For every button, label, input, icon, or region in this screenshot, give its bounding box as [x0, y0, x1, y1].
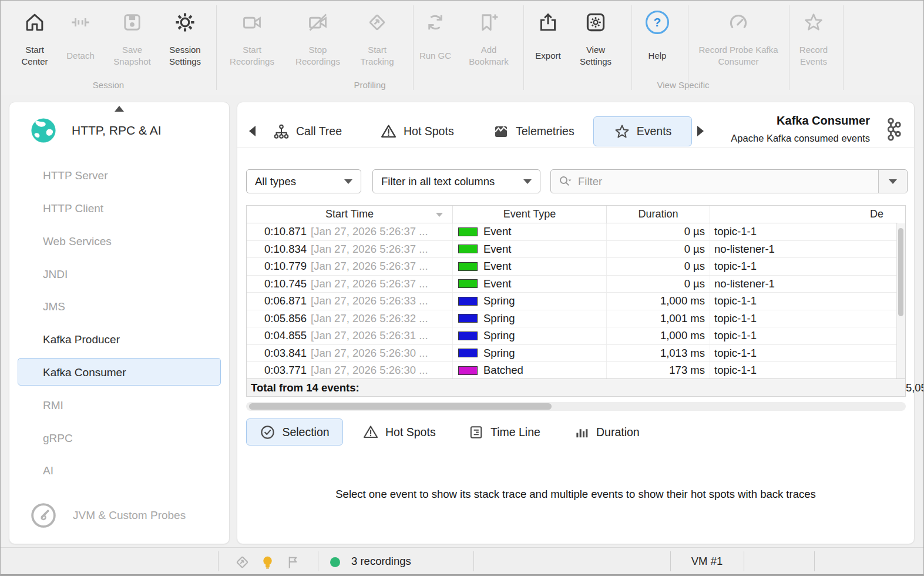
column-header-event-type[interactable]: Event Type	[453, 206, 607, 223]
table-row[interactable]: 0:10.779[Jan 27, 2026 5:26:37 ... Event …	[247, 258, 898, 276]
warning-icon	[362, 424, 379, 440]
start-recordings-button[interactable]: Start Recordings	[223, 5, 281, 75]
export-button[interactable]: Export	[528, 5, 568, 75]
horizontal-scrollbar[interactable]	[246, 402, 906, 411]
filter-dropdown-button[interactable]	[878, 170, 907, 193]
statusbar-divider	[744, 551, 744, 571]
tab-duration[interactable]: Duration	[564, 418, 650, 446]
table-row[interactable]: 0:10.871[Jan 27, 2026 5:26:37 ... Event …	[247, 223, 898, 241]
globe-icon	[29, 116, 58, 145]
camera-off-icon	[307, 5, 328, 39]
vm-selector-label: VM #1	[670, 555, 744, 568]
tab-events[interactable]: Events	[593, 116, 692, 146]
tab-telemetries[interactable]: Telemetries	[484, 116, 583, 146]
tab-bottom-hot-spots[interactable]: Hot Spots	[352, 418, 446, 446]
statusbar-divider	[218, 551, 219, 571]
statusbar-divider	[814, 551, 815, 571]
type-filter-select[interactable]: All types	[246, 169, 361, 193]
detach-button[interactable]: Detach	[62, 5, 99, 75]
toolbar-group-session: Session	[1, 78, 216, 92]
toolbar-divider	[523, 5, 524, 90]
flag-icon[interactable]	[285, 554, 301, 570]
chevron-down-icon	[344, 179, 352, 184]
gauge-icon	[728, 5, 749, 39]
event-type-swatch	[458, 297, 478, 306]
sidebar-item-kafka-producer[interactable]: Kafka Producer	[18, 325, 221, 353]
sidebar-header: HTTP, RPC & AI	[29, 116, 162, 145]
star-icon	[803, 5, 824, 39]
telemetry-icon	[493, 123, 509, 140]
record-probe-button[interactable]: Record Probe Kafka Consumer	[693, 5, 784, 75]
sidebar-item-jndi[interactable]: JNDI	[18, 260, 221, 287]
tracking-diamond-icon	[367, 5, 388, 39]
horizontal-scrollbar-thumb[interactable]	[249, 403, 552, 410]
column-filter-select[interactable]: Filter in all text columns	[372, 169, 540, 193]
selection-hint-text: Select one event to show its stack trace…	[237, 488, 914, 501]
tabs-scroll-right-icon[interactable]	[697, 126, 704, 136]
sidebar-item-rmi[interactable]: RMI	[18, 391, 221, 418]
table-body: 0:10.871[Jan 27, 2026 5:26:37 ... Event …	[247, 223, 898, 379]
toolbar-divider	[843, 5, 844, 90]
stop-recordings-button[interactable]: Stop Recordings	[288, 5, 347, 75]
view-settings-button[interactable]: View Settings	[573, 5, 619, 75]
start-center-button[interactable]: Start Center	[15, 5, 55, 75]
event-type-swatch	[458, 262, 478, 271]
tab-call-tree[interactable]: Call Tree	[264, 116, 351, 146]
kafka-logo-icon	[880, 116, 903, 142]
tab-selection[interactable]: Selection	[246, 418, 343, 446]
start-tracking-button[interactable]: Start Tracking	[351, 5, 404, 75]
bulb-icon[interactable]	[260, 554, 275, 570]
table-row[interactable]: 0:10.834[Jan 27, 2026 5:26:37 ... Event …	[247, 241, 898, 259]
help-button[interactable]: ? Help	[639, 5, 676, 75]
statusbar-divider	[473, 551, 474, 571]
table-row[interactable]: 0:04.855[Jan 27, 2026 5:26:31 ... Spring…	[247, 327, 898, 345]
chevron-down-icon	[889, 179, 897, 184]
tracking-diamond-icon[interactable]	[234, 554, 250, 570]
table-row[interactable]: 0:06.871[Jan 27, 2026 5:26:33 ... Spring…	[247, 293, 898, 310]
vertical-scrollbar-thumb[interactable]	[898, 228, 903, 316]
toolbar-divider	[413, 5, 414, 90]
table-row[interactable]: 0:05.856[Jan 27, 2026 5:26:32 ... Spring…	[247, 310, 898, 328]
filter-input[interactable]	[577, 170, 878, 193]
table-row[interactable]: 0:03.841[Jan 27, 2026 5:26:30 ... Spring…	[247, 345, 898, 363]
sidebar-item-jvm-custom-probes[interactable]: JVM & Custom Probes	[29, 501, 186, 530]
sidebar-item-kafka-consumer[interactable]: Kafka Consumer	[18, 358, 221, 386]
sidebar-item-web-services[interactable]: Web Services	[18, 227, 221, 254]
search-icon[interactable]	[551, 170, 577, 193]
statusbar-divider	[318, 551, 318, 571]
filter-searchbox	[550, 169, 908, 193]
save-snapshot-icon	[122, 5, 143, 39]
gauge-icon	[29, 501, 58, 530]
status-bar: 3 recordings VM #1	[1, 547, 923, 575]
gear-icon	[174, 5, 196, 39]
tab-hot-spots[interactable]: Hot Spots	[371, 116, 463, 146]
run-gc-button[interactable]: Run GC	[416, 5, 454, 75]
toolbar-divider	[216, 5, 217, 90]
collapse-up-icon[interactable]	[115, 106, 124, 112]
sidebar-item-http-server[interactable]: HTTP Server	[18, 161, 221, 189]
events-table: Start Time Event Type Duration De 0:10.8…	[246, 205, 906, 397]
sidebar-item-http-client[interactable]: HTTP Client	[18, 194, 221, 222]
table-row[interactable]: 0:10.745[Jan 27, 2026 5:26:37 ... Event …	[247, 276, 898, 293]
toolbar-group-view-specific: View Specific	[523, 78, 843, 92]
export-icon	[537, 5, 559, 39]
save-snapshot-button[interactable]: Save Snapshot	[105, 5, 159, 75]
event-type-swatch	[458, 245, 478, 253]
tabs-scroll-left-icon[interactable]	[249, 126, 256, 136]
add-bookmark-button[interactable]: Add Bookmark	[461, 5, 516, 75]
sidebar-item-jms[interactable]: JMS	[18, 292, 221, 320]
column-header-description[interactable]: De	[710, 206, 898, 223]
event-type-swatch	[458, 366, 478, 375]
session-settings-button[interactable]: Session Settings	[160, 5, 210, 75]
column-header-duration[interactable]: Duration	[607, 206, 710, 223]
column-header-start-time[interactable]: Start Time	[247, 206, 453, 223]
sidebar-item-ai[interactable]: AI	[18, 456, 221, 484]
detach-icon	[70, 5, 91, 39]
event-type-swatch	[458, 331, 478, 340]
table-row[interactable]: 0:03.771[Jan 27, 2026 5:26:30 ... Batche…	[247, 362, 898, 379]
record-events-button[interactable]: Record Events	[791, 5, 836, 75]
tab-time-line[interactable]: Time Line	[458, 418, 550, 446]
star-icon	[614, 123, 630, 140]
vertical-scrollbar[interactable]	[896, 223, 905, 379]
sidebar-item-grpc[interactable]: gRPC	[18, 424, 221, 451]
